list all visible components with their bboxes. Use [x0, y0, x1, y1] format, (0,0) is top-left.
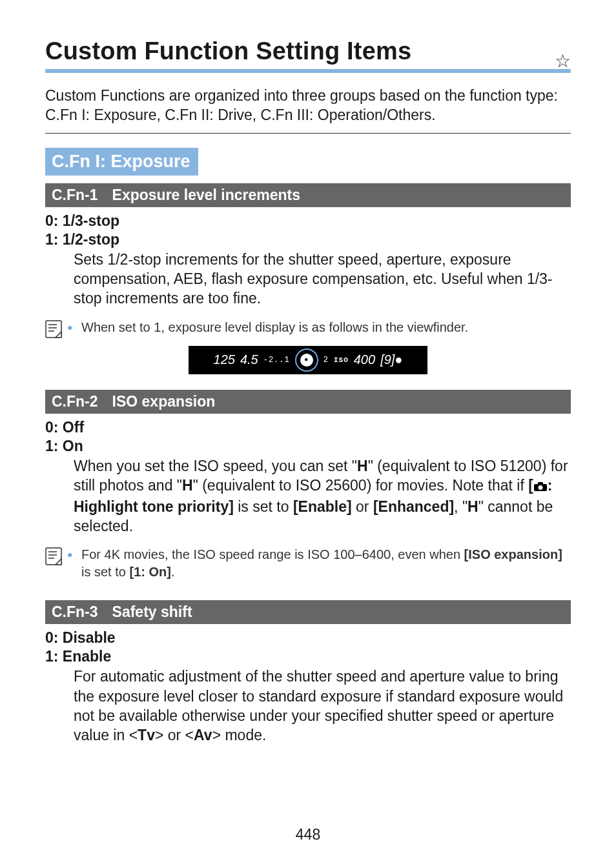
cfn2-note-p2: is set to [81, 565, 129, 579]
cfn2-body: When you set the ISO speed, you can set … [74, 456, 571, 536]
cfn3-body-p2: > or < [155, 727, 194, 743]
cfn2-option-0: 0: Off [45, 419, 571, 436]
cfn2-title: ISO expansion [112, 393, 216, 410]
note-icon [45, 320, 62, 338]
cfn1-number: C.Fn-1 [52, 187, 98, 204]
cfn3-option-1: 1: Enable [45, 648, 571, 665]
vf-center-dot: ● [300, 354, 313, 367]
cfn2-note-p1: For 4K movies, the ISO speed range is IS… [81, 547, 464, 561]
svg-rect-5 [538, 482, 543, 485]
cfn2-note-on: [1: On] [129, 565, 170, 579]
star-icon: ☆ [555, 50, 571, 72]
cfn3-body-tv: Tv [138, 727, 155, 743]
camera-icon [533, 477, 548, 496]
page-title: Custom Function Setting Items [45, 37, 571, 69]
cfn2-body-h2: H [182, 477, 193, 494]
cfn3-body: For automatic adjustment of the shutter … [74, 667, 571, 745]
cfn2-body-p1: When you set the ISO speed, you can set … [74, 458, 357, 474]
cfn3-option-0: 0: Disable [45, 629, 571, 647]
cfn2-body-p5: or [352, 498, 373, 515]
note-icon [45, 547, 62, 565]
vf-shots: [9]● [380, 352, 402, 367]
cfn2-header: C.Fn-2 ISO expansion [45, 390, 571, 414]
vf-iso-value: 400 [354, 352, 375, 367]
cfn2-note: For 4K movies, the ISO speed range is IS… [45, 546, 571, 581]
cfn2-note-iso: [ISO expansion] [464, 547, 562, 561]
cfn2-body-h3: H [467, 498, 478, 515]
vf-shutter: 125 [214, 352, 235, 367]
intro-text: Custom Functions are organized into thre… [45, 86, 571, 134]
cfn1-title: Exposure level increments [112, 187, 300, 204]
cfn3-title: Safety shift [112, 603, 192, 621]
cfn2-option-1: 1: On [45, 438, 571, 455]
cfn3-body-p3: > mode. [212, 727, 267, 743]
cfn1-body: Sets 1/2-stop increments for the shutter… [74, 250, 571, 308]
vf-aperture: 4.5 [240, 352, 258, 367]
group-heading-exposure: C.Fn I: Exposure [45, 148, 198, 176]
svg-point-6 [538, 485, 542, 490]
title-underline [45, 69, 571, 73]
cfn3-number: C.Fn-3 [52, 603, 98, 621]
cfn3-header: C.Fn-3 Safety shift [45, 600, 571, 624]
cfn1-option-0: 0: 1/3-stop [45, 212, 571, 230]
vf-iso-label: ISO [334, 356, 349, 364]
page-number: 448 [0, 826, 616, 843]
cfn2-body-p6: , " [454, 498, 467, 515]
cfn2-body-bracket: [ [528, 477, 533, 494]
cfn2-number: C.Fn-2 [52, 393, 98, 410]
cfn2-note-text: For 4K movies, the ISO speed range is IS… [67, 546, 571, 581]
vf-scale-right: 2 [323, 356, 329, 365]
cfn1-note-text: When set to 1, exposure level display is… [67, 319, 571, 336]
cfn2-body-p3: " (equivalent to ISO 25600) for movies. … [193, 477, 529, 494]
cfn2-body-p4: is set to [234, 498, 293, 515]
cfn1-header: C.Fn-1 Exposure level increments [45, 183, 571, 207]
cfn3-body-av: Av [194, 727, 212, 743]
viewfinder-display: 125 4.5 -2..1 ● 2 ISO 400 [9]● [189, 346, 427, 374]
cfn2-body-h1: H [357, 458, 368, 474]
vf-scale-left: -2..1 [263, 356, 290, 365]
vf-center-circle: ● [295, 348, 318, 372]
cfn2-note-p3: . [171, 565, 175, 579]
cfn1-option-1: 1: 1/2-stop [45, 231, 571, 248]
cfn1-note: When set to 1, exposure level display is… [45, 319, 571, 338]
cfn2-body-enhanced: [Enhanced] [373, 498, 454, 515]
cfn2-body-enable: [Enable] [293, 498, 352, 515]
